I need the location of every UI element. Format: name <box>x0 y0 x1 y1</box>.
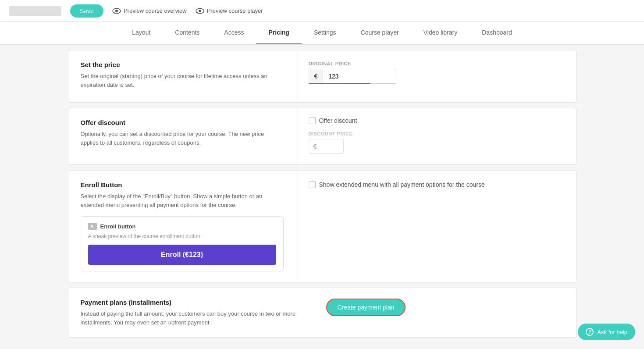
tab-dashboard[interactable]: Dashboard <box>470 22 524 44</box>
payment-plans-title: Payment plans (Installments) <box>81 299 309 306</box>
enroll-preview-header: Enroll button <box>88 223 276 230</box>
discount-currency-symbol: € <box>309 139 321 153</box>
enroll-button-desc: Select the display of the "Enroll/Buy" b… <box>81 192 284 209</box>
enroll-button-title: Enroll Button <box>81 181 284 189</box>
cursor-icon <box>90 224 95 228</box>
svg-point-1 <box>115 10 118 12</box>
set-price-title: Set the price <box>81 61 284 68</box>
set-price-left: Set the price Set the original (starting… <box>68 50 296 102</box>
preview-overview-link[interactable]: Preview course overview <box>112 7 187 14</box>
tab-settings[interactable]: Settings <box>302 22 349 44</box>
ask-for-help-label: Ask for help <box>597 329 627 335</box>
enroll-preview-desc: A sneak preview of the course enrollment… <box>88 233 276 239</box>
set-price-right: ORIGINAL PRICE € <box>296 50 576 102</box>
set-price-desc: Set the original (starting) price of you… <box>81 72 284 89</box>
offer-discount-checkbox-row: Offer discount <box>309 117 564 124</box>
payment-plans-right: Create payment plan <box>326 299 564 327</box>
extended-menu-checkbox[interactable] <box>309 181 316 188</box>
offer-discount-section: Offer discount Optionally, you can set a… <box>68 108 576 165</box>
enroll-preview-icon <box>88 223 97 230</box>
enroll-preview-box: Enroll button A sneak preview of the cou… <box>81 216 284 271</box>
tab-contents[interactable]: Contents <box>163 22 212 44</box>
preview-overview-label: Preview course overview <box>124 7 187 14</box>
extended-menu-checkbox-row: Show extended menu with all payment opti… <box>309 181 564 188</box>
set-price-section: Set the price Set the original (starting… <box>68 50 576 103</box>
currency-symbol: € <box>309 69 324 83</box>
ask-for-help-button[interactable]: ? Ask for help <box>578 324 635 340</box>
tab-pricing[interactable]: Pricing <box>256 22 301 44</box>
tab-video-library[interactable]: Video library <box>411 22 470 44</box>
offer-discount-checkbox-label: Offer discount <box>319 117 357 124</box>
logo <box>9 6 61 16</box>
preview-player-label: Preview course player <box>207 7 263 14</box>
save-button[interactable]: Save <box>70 4 103 18</box>
original-price-input-group: € <box>309 69 396 84</box>
discount-price-input-group: € <box>309 139 344 154</box>
price-underline <box>309 83 370 84</box>
eye-overview-icon <box>112 8 121 14</box>
enroll-button[interactable]: Enroll (€123) <box>88 245 276 265</box>
top-bar: Save Preview course overview Preview cou… <box>0 0 644 22</box>
enroll-preview-title: Enroll button <box>100 223 136 230</box>
offer-discount-checkbox[interactable] <box>309 117 316 124</box>
tab-course-player[interactable]: Course player <box>349 22 411 44</box>
main-content: Set the price Set the original (starting… <box>59 50 585 338</box>
enroll-button-section: Enroll Button Select the display of the … <box>68 170 576 282</box>
svg-point-4 <box>199 10 201 12</box>
offer-discount-right: Offer discount DISCOUNT PRICE € <box>296 108 576 164</box>
extended-menu-checkbox-label: Show extended menu with all payment opti… <box>319 181 485 188</box>
eye-player-icon <box>196 8 204 14</box>
payment-plans-desc: Instead of paying the full amount, your … <box>81 310 309 327</box>
preview-player-link[interactable]: Preview course player <box>196 7 263 14</box>
tab-access[interactable]: Access <box>212 22 256 44</box>
help-circle-icon: ? <box>586 328 594 336</box>
payment-plans-left: Payment plans (Installments) Instead of … <box>81 299 309 327</box>
tab-layout[interactable]: Layout <box>120 22 163 44</box>
enroll-button-left: Enroll Button Select the display of the … <box>68 171 296 282</box>
offer-discount-left: Offer discount Optionally, you can set a… <box>68 108 296 164</box>
create-payment-plan-button[interactable]: Create payment plan <box>326 299 406 316</box>
svg-marker-6 <box>91 224 94 228</box>
discount-price-label: DISCOUNT PRICE <box>309 131 564 136</box>
enroll-button-right: Show extended menu with all payment opti… <box>296 171 576 282</box>
original-price-input[interactable] <box>323 69 384 83</box>
offer-discount-desc: Optionally, you can set a discounted pri… <box>81 130 284 147</box>
nav-tabs: Layout Contents Access Pricing Settings … <box>0 22 644 45</box>
payment-plans-section: Payment plans (Installments) Instead of … <box>68 288 576 338</box>
original-price-label: ORIGINAL PRICE <box>309 61 564 66</box>
offer-discount-title: Offer discount <box>81 119 284 126</box>
